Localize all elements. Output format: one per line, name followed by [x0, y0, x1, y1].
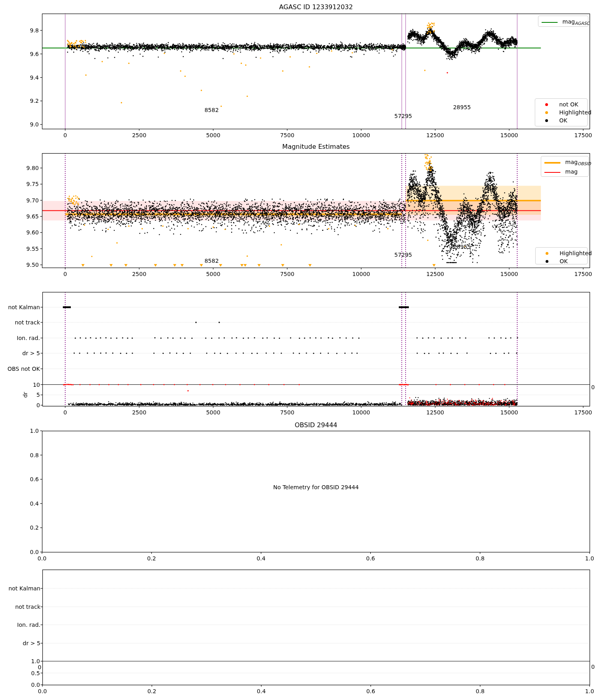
- obsid-annotation: 57295: [394, 113, 412, 119]
- black-dot-swatch: [546, 260, 548, 263]
- figure: AGASC ID 1233912032 Magnitude Estimates …: [0, 0, 600, 700]
- x-tick-label: 0.4: [256, 556, 265, 561]
- legend-label: magAGASC: [562, 18, 589, 27]
- x-tick-label: 0.2: [147, 556, 156, 561]
- legend-swatch-wrap: [538, 103, 554, 106]
- y-tick-label: 0.0: [30, 549, 39, 555]
- legend-entry: mag: [544, 168, 585, 177]
- x-tick-label: 5000: [206, 271, 220, 277]
- plot4-title: OBSID 29444: [295, 422, 337, 428]
- x-tick-label: 15000: [500, 410, 518, 415]
- count-annotation: 0: [591, 664, 595, 670]
- y-tick-label: 1.0: [31, 658, 40, 664]
- x-tick-label: 0.6: [366, 556, 375, 561]
- legend-swatch-wrap: [544, 172, 560, 173]
- x-tick-label: 0.0: [38, 688, 47, 694]
- x-tick-label: 17500: [574, 271, 592, 277]
- plot2-title: Magnitude Estimates: [282, 144, 350, 150]
- legend-entry: Highlighted: [538, 108, 584, 116]
- count-annotation: 0: [38, 664, 42, 670]
- plot2-legend-lines: magOBSID mag: [541, 156, 589, 177]
- x-tick-label: 10000: [352, 271, 370, 277]
- legend-entry: Highlighted: [539, 249, 584, 257]
- y-tick-label: 9.4: [30, 75, 39, 80]
- x-tick-label: 10000: [352, 132, 370, 138]
- y-tick-label: 9.55: [26, 246, 39, 252]
- flag-label: not Kalman: [8, 304, 40, 310]
- y-tick-label: 9.50: [26, 262, 39, 268]
- legend-entry: magOBSID: [544, 158, 585, 168]
- y-tick-label: 9.70: [26, 198, 39, 203]
- flag-label: Ion. rad.: [17, 335, 40, 341]
- x-tick-label: 10000: [352, 410, 370, 415]
- legend-swatch-wrap: [544, 162, 560, 164]
- x-tick-label: 15000: [500, 132, 518, 138]
- plot1-legend-points: not OK Highlighted OK: [535, 98, 588, 126]
- legend-swatch-wrap: [539, 252, 555, 255]
- x-tick-label: 7500: [280, 271, 294, 277]
- y-tick-label: 9.8: [30, 28, 39, 33]
- x-tick-label: 0.2: [147, 688, 156, 694]
- legend-label: magOBSID: [565, 158, 591, 168]
- plot2-legend-points: Highlighted OK: [535, 247, 588, 264]
- y-tick-label: 9.6: [30, 51, 39, 57]
- x-tick-label: 2500: [132, 410, 146, 415]
- obsid-annotation: 8582: [204, 107, 219, 113]
- y-tick-label: 5: [36, 392, 40, 398]
- obsid-annotation: 28955: [453, 244, 471, 250]
- y-tick-label: 0.8: [30, 452, 39, 458]
- y-tick-label: 9.80: [26, 165, 39, 171]
- y-tick-label: 0.5: [31, 670, 40, 676]
- flag-label: Ion. rad.: [17, 622, 40, 628]
- x-tick-label: 17500: [574, 410, 592, 415]
- y-tick-label: 9.75: [26, 181, 39, 187]
- no-telemetry-message: No Telemetry for OBSID 29444: [273, 484, 359, 490]
- y-tick-label: 9.60: [26, 230, 39, 235]
- x-tick-label: 7500: [280, 132, 294, 138]
- red-dot-swatch: [545, 103, 548, 106]
- x-tick-label: 1.0: [585, 688, 594, 694]
- x-tick-label: 0.8: [476, 556, 484, 561]
- x-tick-label: 5000: [206, 410, 220, 415]
- y-tick-label: 1.0: [30, 428, 39, 434]
- x-tick-label: 15000: [500, 271, 518, 277]
- legend-entry: OK: [538, 116, 584, 124]
- obsid-annotation: 57295: [394, 252, 412, 258]
- y-tick-label: 10: [33, 382, 40, 388]
- x-tick-label: 0: [64, 410, 67, 415]
- dr-axis-label: dr: [22, 392, 28, 398]
- x-tick-label: 17500: [574, 132, 592, 138]
- legend-label: Highlighted: [559, 108, 592, 116]
- legend-entry: magAGASC: [542, 18, 585, 27]
- y-tick-label: 9.0: [30, 122, 39, 127]
- flag-label: not track: [15, 604, 40, 610]
- y-tick-label: 0: [36, 402, 40, 408]
- y-tick-label: 9.2: [30, 98, 39, 104]
- green-line-swatch: [542, 22, 558, 23]
- flag-label: dr > 5: [23, 640, 40, 646]
- legend-label: OK: [560, 257, 568, 265]
- orange-dot-swatch: [545, 111, 548, 114]
- legend-label: not OK: [559, 100, 578, 108]
- legend-swatch-wrap: [539, 260, 555, 263]
- x-tick-label: 7500: [280, 410, 294, 415]
- x-tick-label: 12500: [426, 271, 444, 277]
- obsid-annotation: 8582: [204, 258, 219, 264]
- legend-label: mag: [565, 168, 578, 177]
- y-tick-label: 0.0: [31, 682, 40, 688]
- x-tick-label: 0.4: [257, 688, 266, 694]
- x-tick-label: 0: [64, 271, 67, 277]
- y-tick-label: 0.4: [30, 501, 39, 506]
- x-tick-label: 0.8: [476, 688, 484, 694]
- black-dot-swatch: [545, 119, 548, 122]
- plot1-legend-mag-agasc: magAGASC: [538, 16, 588, 27]
- obsid-annotation: 28955: [453, 104, 471, 110]
- chart-canvas: [0, 0, 600, 700]
- x-tick-label: 2500: [132, 271, 146, 277]
- legend-label: Highlighted: [560, 249, 592, 257]
- plot1-title: AGASC ID 1233912032: [279, 4, 353, 10]
- flag-label: not track: [15, 320, 40, 325]
- x-tick-label: 1.0: [585, 556, 594, 561]
- y-tick-label: 0.6: [30, 476, 39, 482]
- x-tick-label: 2500: [132, 132, 146, 138]
